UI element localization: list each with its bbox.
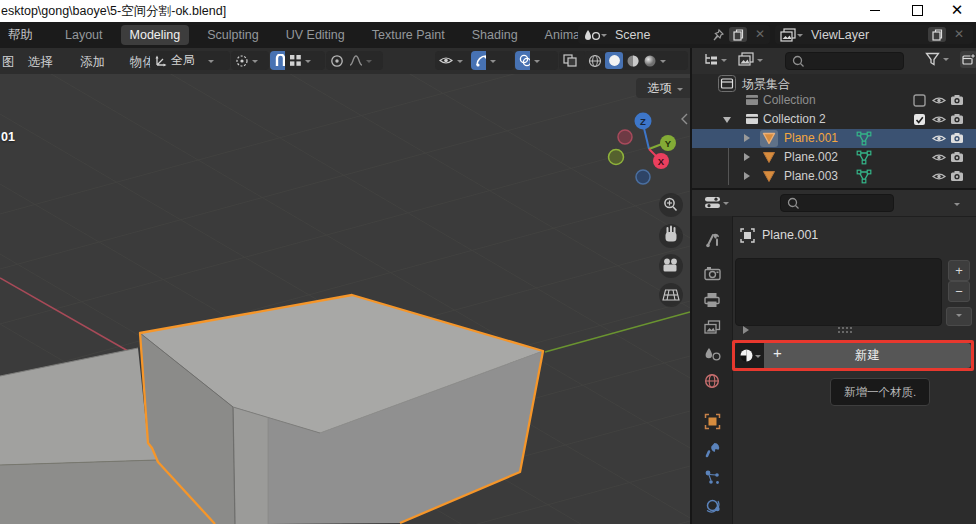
viewport-corner-label: 01 [1, 130, 15, 144]
chevron-down-icon [366, 60, 372, 66]
row-collection-2[interactable]: Collection 2 [692, 110, 976, 129]
browse-material-icon [739, 348, 754, 363]
rendered-shading-icon[interactable] [643, 54, 657, 68]
checkbox-unchecked[interactable] [913, 94, 926, 107]
viewport-3d[interactable]: 图 选择 添加 物体 全局 [0, 48, 690, 524]
close-button[interactable]: ✕ [940, 0, 974, 22]
overlays-dropdown[interactable] [530, 51, 558, 70]
collapse-icon[interactable] [723, 117, 731, 127]
transform-orientation-dropdown[interactable]: 全局 [150, 51, 230, 70]
filter-dropdown[interactable] [925, 52, 949, 66]
viewport-scene[interactable]: Z Y X [0, 74, 690, 524]
gizmo-dropdown[interactable] [486, 51, 514, 70]
camera-icon[interactable] [950, 170, 964, 182]
camera-icon[interactable] [950, 113, 964, 125]
eye-icon[interactable] [932, 133, 946, 144]
topbar: 帮助 Layout Modeling Sculpting UV Editing … [0, 22, 976, 48]
tab-sculpting[interactable]: Sculpting [198, 25, 267, 45]
add-slot-button[interactable]: + [948, 260, 970, 281]
camera-icon[interactable] [950, 151, 964, 163]
new-collection-button[interactable] [960, 51, 976, 68]
display-mode-dropdown[interactable] [738, 52, 763, 67]
resize-grip[interactable] [837, 326, 853, 334]
eye-icon[interactable] [932, 152, 946, 163]
chevron-down-icon [534, 60, 540, 66]
axis-neg-z[interactable] [636, 170, 650, 184]
tab-particles[interactable] [700, 465, 724, 489]
tab-scene[interactable] [700, 342, 724, 366]
pivot-point-dropdown[interactable] [231, 51, 269, 70]
browse-material-dropdown[interactable] [735, 343, 764, 368]
tab-layout[interactable]: Layout [56, 25, 112, 45]
tab-render[interactable] [700, 261, 724, 285]
copy-scene-button[interactable] [729, 27, 747, 42]
mesh-plane-icon [762, 132, 776, 145]
tooltip: 新增一个材质. [830, 378, 930, 406]
menu-add[interactable]: 添加 [80, 54, 105, 71]
minimize-button[interactable] [858, 0, 892, 22]
wireframe-shading-icon[interactable] [588, 54, 602, 68]
eye-icon[interactable] [932, 95, 946, 106]
panel-expand-icon[interactable] [743, 326, 753, 334]
camera-icon[interactable] [950, 132, 964, 144]
material-slots-list[interactable] [735, 258, 942, 326]
checkbox-checked[interactable] [913, 113, 926, 126]
tab-modifiers[interactable] [700, 437, 724, 461]
material-shading-icon[interactable] [626, 54, 640, 68]
tab-shading[interactable]: Shading [463, 25, 527, 45]
orientation-value: 全局 [171, 52, 195, 69]
tab-output[interactable] [700, 288, 724, 312]
properties-search-input[interactable] [780, 194, 894, 212]
editor-type-dropdown[interactable] [703, 52, 727, 67]
unlink-scene-icon[interactable]: ✕ [755, 27, 765, 41]
row-plane-002[interactable]: Plane.002 [692, 148, 976, 167]
tab-uv-editing[interactable]: UV Editing [277, 25, 354, 45]
solid-shading-active[interactable] [605, 52, 623, 69]
menu-view[interactable]: 图 [2, 54, 15, 71]
title-bar: esktop\gong\baoye\5-空间分割-ok.blend] ✕ [0, 0, 976, 22]
tab-view-layer[interactable] [700, 315, 724, 339]
snap-target-dropdown[interactable] [285, 51, 325, 70]
view-layer-selector[interactable]: ViewLayer ✕ [775, 25, 973, 44]
copy-view-layer-button[interactable] [928, 27, 946, 42]
zoom-button[interactable] [659, 193, 683, 217]
scene-selector[interactable]: Scene ✕ [578, 25, 770, 44]
tab-modeling[interactable]: Modeling [121, 25, 190, 45]
expand-icon[interactable] [744, 134, 754, 142]
menu-help[interactable]: 帮助 [8, 27, 33, 44]
tab-tool[interactable] [700, 227, 724, 251]
axis-neg-x[interactable] [618, 130, 632, 144]
options-dropdown[interactable]: 选项 [636, 78, 694, 98]
xray-toggle[interactable] [559, 51, 587, 70]
visibility-dropdown[interactable] [435, 51, 475, 70]
chevron-down-icon[interactable] [954, 203, 960, 209]
tab-texture-paint[interactable]: Texture Paint [363, 25, 454, 45]
axis-y-label: Y [665, 138, 672, 149]
axis-neg-y[interactable] [609, 150, 624, 165]
view-layer-tab-icon [704, 320, 721, 335]
new-material-button[interactable]: + 新建 [764, 343, 971, 368]
slot-specials-button[interactable] [946, 307, 972, 326]
pin-icon[interactable] [711, 28, 725, 42]
outliner-search-input[interactable] [785, 52, 904, 70]
properties-editor-dropdown[interactable] [704, 195, 729, 210]
menu-select[interactable]: 选择 [28, 54, 53, 71]
expand-icon[interactable] [744, 172, 754, 180]
row-plane-001-selected[interactable]: Plane.001 [692, 129, 976, 148]
annotation-highlight-box: + 新建 [732, 340, 974, 371]
chevron-down-icon [660, 60, 666, 66]
new-collection-icon [962, 53, 976, 66]
maximize-button[interactable] [900, 0, 934, 22]
tab-world[interactable] [700, 369, 724, 393]
tab-object[interactable] [700, 409, 724, 433]
remove-slot-button[interactable]: − [948, 281, 970, 302]
tab-physics[interactable] [700, 493, 724, 517]
expand-icon[interactable] [744, 153, 754, 161]
camera-icon[interactable] [950, 94, 964, 106]
remove-view-layer-icon[interactable]: ✕ [954, 27, 964, 41]
row-collection[interactable]: Collection [692, 91, 976, 110]
falloff-dropdown[interactable] [345, 51, 383, 70]
eye-icon[interactable] [932, 171, 946, 182]
row-plane-003[interactable]: Plane.003 [692, 167, 976, 186]
eye-icon[interactable] [932, 114, 946, 125]
